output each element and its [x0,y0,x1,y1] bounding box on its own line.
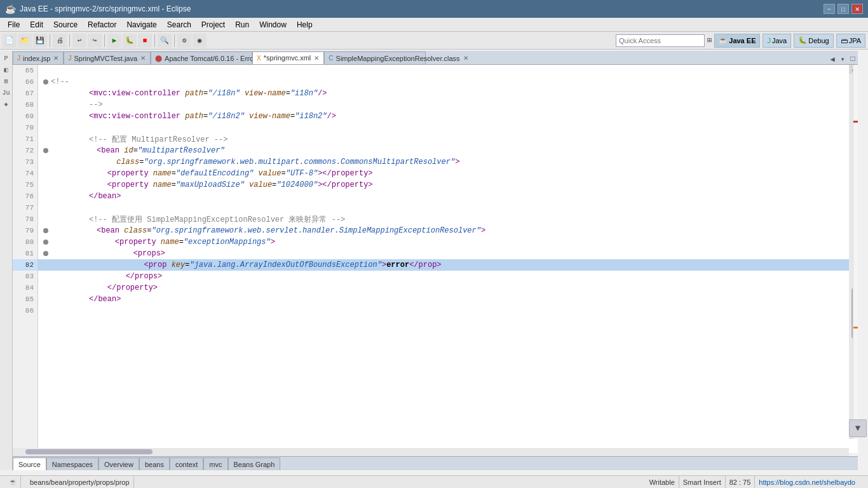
tab-icon-springmvc-xml: X [257,55,261,62]
tab-springmvc-xml[interactable]: X *springmvc.xml ✕ [252,51,324,64]
scroll-thumb-h[interactable] [25,449,153,454]
code-line-75: <property name="maxUploadSize" value="10… [38,179,858,191]
tab-index-jsp[interactable]: J index.jsp ✕ [13,51,64,64]
bottom-tab-source[interactable]: Source [13,458,46,470]
menu-file[interactable]: File [3,19,25,30]
menu-project[interactable]: Project [196,19,230,30]
title-bar: ☕ Java EE - springmvc-2/src/springmvc.xm… [0,0,868,18]
tab-tomcat[interactable]: ⬤ Apache Tomcat/6.0.16 - Error report ✕ [151,51,252,64]
status-smart-insert: Smart Insert [679,476,726,488]
tab-close-index[interactable]: ✕ [53,55,59,62]
line-76: 76 [13,191,37,202]
ruler-mark-1 [853,121,858,123]
toolbar-misc1[interactable]: ⚙ [177,34,191,48]
line-68: 68 [13,99,37,111]
perspective-debug[interactable]: 🐛 Debug [794,34,833,48]
bottom-tab-mvc[interactable]: mvc [203,458,227,470]
code-line-69: <mvc:view-controller path="/i18n2" view-… [38,111,858,122]
tab-label-springmvctest: SpringMVCTest.java [74,55,137,62]
menu-edit[interactable]: Edit [25,19,48,30]
line-74: 74 [13,168,37,179]
menu-bar: File Edit Source Refactor Navigate Searc… [0,18,868,32]
left-icon-1[interactable]: P [1,53,11,64]
code-line-65 [38,65,858,76]
bottom-tabs: Source Namespaces Overview beans context… [13,456,858,470]
toolbar-sep-3 [104,34,105,47]
tab-scroll-left[interactable]: ◀ [827,54,837,64]
menu-window[interactable]: Window [254,19,292,30]
status-bar: ☕ beans/bean/property/props/prop Writabl… [0,475,868,488]
left-icon-3[interactable]: ⊞ [1,76,11,86]
toolbar-new[interactable]: 📄 [3,34,17,48]
toolbar-print[interactable]: 🖨 [53,34,67,48]
code-line-68: --> [38,99,858,111]
bottom-tab-beans[interactable]: beans [139,458,170,470]
line-73: 73 [13,156,37,168]
debug-icon: 🐛 [798,36,807,44]
code-line-78: <!-- 配置使用 SimpleMappingExceptionResolver… [38,214,858,225]
status-writable: Writable [646,476,679,488]
bottom-tab-namespaces[interactable]: Namespaces [46,458,98,470]
status-java-icon: ☕ [9,478,17,485]
perspective-jpa[interactable]: 🗃 JPA [836,34,865,48]
minimize-button[interactable]: − [824,4,835,14]
left-icon-4[interactable]: Ju [1,88,11,98]
toolbar-misc2[interactable]: ◉ [193,34,207,48]
toolbar-sep-1 [50,34,50,47]
close-button[interactable]: ✕ [851,4,863,14]
tab-label-springmvc-xml: *springmvc.xml [264,54,311,62]
menu-run[interactable]: Run [230,19,254,30]
maximize-button[interactable]: □ [837,4,849,14]
menu-source[interactable]: Source [48,19,83,30]
position-label: 82 : 75 [729,478,751,486]
line-83: 83 [13,271,37,282]
quick-access-search-icon[interactable]: ⊞ [707,36,712,45]
tab-close-springmvctest[interactable]: ✕ [140,55,146,62]
bottom-tab-beans-graph[interactable]: Beans Graph [228,458,281,470]
left-icon-2[interactable]: ◧ [1,65,11,75]
toolbar-redo[interactable]: ↪ [88,34,102,48]
tab-icon-index: J [17,55,20,62]
big-scroll-button[interactable]: ▼ [849,419,867,437]
writable-label: Writable [649,478,675,486]
code-line-79: <bean class="org.springframework.web.ser… [38,225,858,236]
menu-navigate[interactable]: Navigate [121,19,161,30]
line-77: 77 [13,202,37,214]
toolbar-search[interactable]: 🔍 [158,34,172,48]
editor-content[interactable]: <!-- <mvc:view-controller path="/i18n" v… [38,65,858,453]
title-bar-controls[interactable]: − □ ✕ [824,4,863,14]
tab-close-simplemapping[interactable]: ✕ [463,55,469,62]
toolbar-stop[interactable]: ■ [138,34,152,48]
code-line-82: <prop key="java.lang.ArrayIndexOutOfBoun… [38,259,858,271]
tab-simplemapping[interactable]: C SimpleMappingExceptionResolver.class ✕ [324,51,426,64]
quick-access-input[interactable] [616,34,705,47]
line-86: 86 [13,305,37,316]
tab-close-springmvc-xml[interactable]: ✕ [313,55,320,62]
code-line-74: <property name="defaultEncoding" value="… [38,168,858,179]
tab-icon-simplemapping: C [329,55,333,62]
toolbar-undo[interactable]: ↩ [72,34,86,48]
tab-list-button[interactable]: ▾ [837,54,848,64]
perspective-java[interactable]: J Java [763,34,791,48]
status-position: 82 : 75 [726,476,756,488]
menu-refactor[interactable]: Refactor [83,19,121,30]
toolbar-sep-4 [154,34,155,47]
tab-label-simplemapping: SimpleMappingExceptionResolver.class [336,55,460,62]
tab-maximize[interactable]: □ [848,54,858,64]
toolbar-open[interactable]: 📁 [18,34,32,48]
left-icon-5[interactable]: ◈ [1,99,11,109]
editor-area[interactable]: 65 66 67 68 69 70 71 72 73 74 75 76 77 7… [13,65,858,453]
toolbar-save[interactable]: 💾 [33,34,47,48]
javaee-icon: ☕ [719,36,728,44]
menu-search[interactable]: Search [162,19,196,30]
bottom-tab-context[interactable]: context [170,458,203,470]
line-80: 80 [13,236,37,248]
tab-springmvctest[interactable]: J SpringMVCTest.java ✕ [64,51,151,64]
toolbar-run[interactable]: ▶ [107,34,121,48]
toolbar-debug[interactable]: 🐛 [123,34,137,48]
perspective-javaee[interactable]: ☕ Java EE [714,34,760,48]
bottom-tab-overview[interactable]: Overview [98,458,139,470]
horizontal-scrollbar[interactable] [13,448,849,457]
line-75: 75 [13,179,37,191]
menu-help[interactable]: Help [292,19,318,30]
